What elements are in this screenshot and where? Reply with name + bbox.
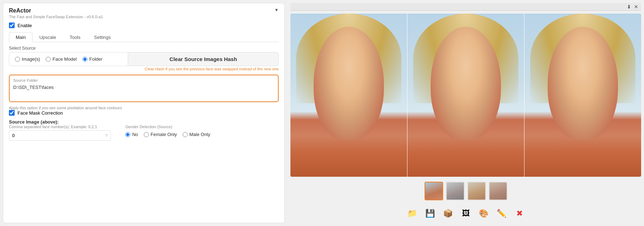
panel-title: ReActor bbox=[9, 7, 103, 14]
thumb-face-1 bbox=[425, 182, 442, 200]
gender-detection-col: Gender Detection (Source) No Female Only… bbox=[125, 125, 279, 137]
face-mask-section: Apply this option if you see some pixela… bbox=[9, 106, 279, 116]
face-col-2 bbox=[407, 14, 524, 177]
thumbnail-row bbox=[290, 180, 641, 202]
tab-main[interactable]: Main bbox=[9, 32, 32, 42]
face-col-1 bbox=[290, 14, 407, 177]
tab-upscale[interactable]: Upscale bbox=[32, 32, 63, 42]
gender-radio-row: No Female Only Male Only bbox=[125, 132, 279, 137]
source-option-face-model[interactable]: Face Model bbox=[46, 56, 77, 62]
clear-hash-hint: Clear Hash if you see the previous face … bbox=[9, 67, 279, 71]
save-button[interactable]: 💾 bbox=[424, 207, 437, 220]
image-preview-area bbox=[290, 14, 641, 177]
clear-hash-button[interactable]: Clear Source Images Hash bbox=[128, 52, 279, 66]
source-select-row: Image(s) Face Model Folder Clear Source … bbox=[9, 52, 279, 66]
thumbnail-2[interactable] bbox=[446, 182, 465, 200]
face-oval-3 bbox=[548, 27, 618, 141]
panel-subtitle: The Fast and Simple FaceSwap Extension -… bbox=[9, 15, 103, 19]
source-radio-folder[interactable] bbox=[82, 57, 87, 62]
left-panel: ReActor The Fast and Simple FaceSwap Ext… bbox=[3, 3, 285, 223]
right-panel: ⬇ ✕ bbox=[288, 0, 644, 226]
thumbnail-1[interactable] bbox=[425, 182, 443, 200]
tabs-row: Main Upscale Tools Settings bbox=[9, 32, 279, 42]
image-icon: 🖼 bbox=[462, 209, 470, 218]
thumb-face-2 bbox=[447, 182, 464, 200]
source-radio-options: Image(s) Face Model Folder bbox=[9, 52, 128, 66]
face-mask-label: Face Mask Correction bbox=[17, 110, 63, 116]
toolbar-row: 📁 💾 📦 🖼 🎨 ✏️ ✖ bbox=[290, 205, 641, 223]
panel-header: ReActor The Fast and Simple FaceSwap Ext… bbox=[9, 7, 279, 19]
source-folder-label: Folder bbox=[89, 56, 102, 62]
panel-title-group: ReActor The Fast and Simple FaceSwap Ext… bbox=[9, 7, 103, 19]
gender-radio-no[interactable] bbox=[125, 132, 130, 137]
gender-option-no[interactable]: No bbox=[125, 132, 138, 137]
face-mask-hint: Apply this option if you see some pixela… bbox=[9, 106, 279, 110]
enable-label: Enable bbox=[17, 23, 32, 28]
thumb-face-4 bbox=[490, 182, 507, 200]
face-oval-2 bbox=[431, 27, 501, 141]
gender-option-male[interactable]: Male Only bbox=[183, 132, 211, 137]
top-bar: ⬇ ✕ bbox=[290, 3, 641, 11]
face-mask-row: Face Mask Correction bbox=[9, 110, 279, 116]
source-option-folder[interactable]: Folder bbox=[82, 56, 102, 62]
face-numbers-label: Comma separated face number(s); Example:… bbox=[9, 125, 111, 129]
image-tool-button[interactable]: 🖼 bbox=[459, 207, 473, 220]
open-folder-button[interactable]: 📁 bbox=[406, 207, 419, 220]
delete-icon: ✖ bbox=[516, 209, 523, 218]
face-number-input[interactable] bbox=[12, 133, 105, 138]
save-icon: 💾 bbox=[425, 209, 435, 218]
box3d-icon: 📦 bbox=[443, 209, 453, 218]
collapse-icon[interactable]: ▼ bbox=[274, 7, 279, 12]
close-icon[interactable]: ✕ bbox=[634, 4, 638, 10]
enable-checkbox[interactable] bbox=[9, 22, 15, 28]
face-number-row: Comma separated face number(s); Example:… bbox=[9, 125, 279, 141]
face-col-3 bbox=[524, 14, 641, 177]
select-source-label: Select Source bbox=[9, 46, 279, 51]
resize-handle-icon: ⠿ bbox=[105, 134, 108, 137]
tab-settings[interactable]: Settings bbox=[87, 32, 118, 42]
delete-button[interactable]: ✖ bbox=[513, 207, 526, 220]
source-folder-box: Source Folder D:\SD\_TEST\faces bbox=[9, 75, 279, 102]
source-images-label: Image(s) bbox=[22, 56, 40, 62]
face-mask-checkbox[interactable] bbox=[9, 110, 15, 116]
source-radio-face-model[interactable] bbox=[46, 57, 51, 62]
palette-button[interactable]: 🎨 bbox=[477, 207, 491, 220]
gender-radio-male[interactable] bbox=[183, 132, 188, 137]
gender-detection-label: Gender Detection (Source) bbox=[125, 125, 279, 129]
source-folder-section-label: Source Folder bbox=[13, 78, 274, 82]
gender-no-label: No bbox=[132, 132, 138, 137]
face-number-col: Comma separated face number(s); Example:… bbox=[9, 125, 111, 141]
palette-icon: 🎨 bbox=[479, 209, 488, 218]
download-icon[interactable]: ⬇ bbox=[627, 4, 631, 10]
gender-female-label: Female Only bbox=[151, 132, 177, 137]
pencil-button[interactable]: ✏️ bbox=[495, 207, 508, 220]
tab-tools[interactable]: Tools bbox=[63, 32, 87, 42]
3d-box-button[interactable]: 📦 bbox=[441, 207, 455, 220]
pencil-icon: ✏️ bbox=[497, 209, 506, 218]
enable-row: Enable bbox=[9, 22, 279, 28]
select-source-section: Select Source Image(s) Face Model Folder… bbox=[9, 46, 279, 71]
gender-male-label: Male Only bbox=[189, 132, 211, 137]
gender-option-female[interactable]: Female Only bbox=[144, 132, 177, 137]
source-image-title: Source Image (above): bbox=[9, 119, 279, 125]
thumb-face-3 bbox=[468, 182, 485, 200]
source-face-model-label: Face Model bbox=[52, 56, 77, 62]
main-image-container bbox=[290, 14, 641, 177]
source-radio-images[interactable] bbox=[15, 57, 20, 62]
gender-radio-female[interactable] bbox=[144, 132, 149, 137]
source-folder-input[interactable]: D:\SD\_TEST\faces bbox=[13, 85, 274, 97]
thumbnail-3[interactable] bbox=[467, 182, 486, 200]
face-oval-1 bbox=[314, 27, 384, 141]
thumbnail-4[interactable] bbox=[489, 182, 507, 200]
folder-icon: 📁 bbox=[407, 209, 417, 218]
source-image-section: Source Image (above): Comma separated fa… bbox=[9, 119, 279, 141]
face-number-input-wrap: ⠿ bbox=[9, 130, 111, 141]
source-option-images[interactable]: Image(s) bbox=[15, 56, 40, 62]
